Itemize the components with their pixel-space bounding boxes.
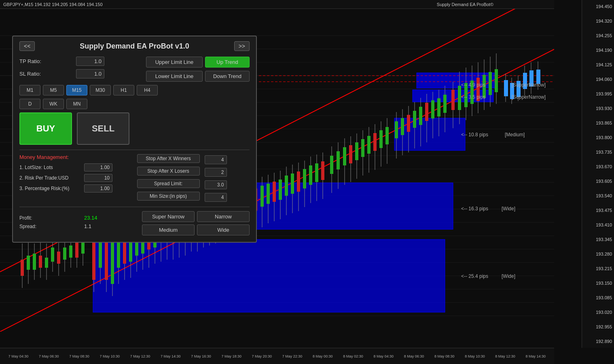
svg-rect-127 <box>315 163 318 182</box>
svg-rect-153 <box>401 118 404 135</box>
wide-button[interactable]: Wide <box>197 224 250 235</box>
buy-button[interactable]: BUY <box>19 112 72 145</box>
stop-winners-input[interactable] <box>205 155 227 164</box>
svg-text:<-- 25.4 pips: <-- 25.4 pips <box>461 273 488 279</box>
time-label: 7 May 06:30 <box>39 354 59 358</box>
svg-rect-183 <box>495 69 498 92</box>
spread-label: Spread: <box>19 224 84 229</box>
svg-text:[Wide]: [Wide] <box>502 206 515 212</box>
svg-rect-155 <box>407 115 410 132</box>
tf-m5[interactable]: M5 <box>43 85 64 95</box>
price-label: 193.605 <box>584 179 612 184</box>
svg-rect-63 <box>117 239 120 268</box>
pct-risk-row: 3. Percentage Risk:(%) <box>19 184 132 193</box>
spread-limit-input[interactable] <box>205 180 227 189</box>
tf-mn[interactable]: MN <box>66 99 87 109</box>
svg-rect-41 <box>45 258 48 268</box>
tf-m30[interactable]: M30 <box>90 85 111 95</box>
time-label: 7 May 18:30 <box>221 354 241 358</box>
stop-losers-button[interactable]: Stop After X Losers <box>137 167 200 176</box>
price-label: 193.280 <box>584 252 612 256</box>
svg-rect-139 <box>355 142 358 160</box>
nav-right-button[interactable]: >> <box>234 41 250 51</box>
tf-h1[interactable]: H1 <box>113 85 134 95</box>
svg-rect-195 <box>536 70 540 84</box>
time-label: 7 May 08:30 <box>69 354 89 358</box>
upper-limit-button[interactable]: Upper Limit Line <box>146 57 203 68</box>
svg-rect-143 <box>367 136 371 154</box>
narrow-button[interactable]: Narrow <box>197 211 250 222</box>
panel-title: Supply Demand EA ProBot v1.0 <box>35 42 234 51</box>
price-label: 193.800 <box>584 135 612 140</box>
price-label: 193.670 <box>584 164 612 169</box>
down-trend-button[interactable]: Down Trend <box>205 71 250 82</box>
stop-winners-button[interactable]: Stop After X Winners <box>137 154 200 163</box>
svg-text:[SupperNarrow]: [SupperNarrow] <box>512 82 546 88</box>
svg-text:[Medium]: [Medium] <box>505 132 525 138</box>
sl-ratio-label: SL Ratio: <box>19 71 76 77</box>
tf-d[interactable]: D <box>19 99 40 109</box>
stop-losers-input[interactable] <box>205 168 227 177</box>
tf-m15[interactable]: M15 <box>66 85 87 95</box>
pct-risk-label: 3. Percentage Risk:(%) <box>19 186 84 191</box>
svg-rect-147 <box>379 130 383 148</box>
svg-rect-39 <box>39 256 42 268</box>
risk-per-trade-row: 2. Risk Per Trade:USD <box>19 174 132 182</box>
nav-left-button[interactable]: << <box>19 41 35 51</box>
svg-rect-167 <box>443 95 447 113</box>
time-label: 7 May 16:30 <box>191 354 211 358</box>
panel-header: << Supply Demand EA ProBot v1.0 >> <box>19 41 250 51</box>
svg-rect-47 <box>63 248 66 260</box>
super-narrow-button[interactable]: Super Narrow <box>142 211 195 222</box>
svg-rect-45 <box>57 252 60 264</box>
svg-rect-161 <box>425 103 428 121</box>
svg-text:[Wide]: [Wide] <box>502 273 515 279</box>
svg-rect-35 <box>27 256 30 270</box>
profit-value: 23.14 <box>84 215 97 221</box>
time-label: 8 May 12:30 <box>495 354 515 358</box>
svg-rect-123 <box>303 169 306 188</box>
svg-rect-151 <box>395 121 398 138</box>
risk-per-trade-input[interactable] <box>84 174 112 182</box>
up-trend-button[interactable]: Up Trend <box>205 57 250 68</box>
svg-rect-165 <box>437 98 440 116</box>
tf-h4[interactable]: H4 <box>137 85 158 95</box>
lot-size-input[interactable] <box>84 163 112 171</box>
price-label: 194.060 <box>584 77 612 82</box>
lower-limit-button[interactable]: Lower Limit Line <box>146 71 203 82</box>
min-size-button[interactable]: Min Size:(in pips) <box>137 192 200 201</box>
time-label: 8 May 06:30 <box>404 354 424 358</box>
price-label: 193.150 <box>584 281 612 286</box>
svg-rect-133 <box>337 151 340 169</box>
svg-rect-141 <box>361 139 364 157</box>
svg-rect-111 <box>267 184 270 204</box>
spread-limit-button[interactable]: Spread Limit: <box>137 179 200 188</box>
spread-row: Spread: 1.1 <box>19 223 137 229</box>
ea-title: Supply Demand EA ProBot© <box>437 2 493 7</box>
price-label: 193.995 <box>584 91 612 96</box>
tp-ratio-input[interactable] <box>76 57 104 66</box>
price-label: 193.085 <box>584 295 612 300</box>
time-label: 7 May 12:30 <box>130 354 150 358</box>
tf-m1[interactable]: M1 <box>19 85 40 95</box>
pct-risk-input[interactable] <box>84 184 112 193</box>
svg-rect-37 <box>33 254 36 270</box>
profit-row: Profit: 23.14 <box>19 215 137 221</box>
price-label: 193.410 <box>584 222 612 227</box>
svg-rect-49 <box>69 245 72 258</box>
tf-wk[interactable]: WK <box>43 99 64 109</box>
svg-rect-23 <box>93 239 445 312</box>
chart-topbar: GBPJPY+,M15 194.192 194.205 194.084 194.… <box>0 0 554 9</box>
sl-ratio-input[interactable] <box>76 69 104 78</box>
tp-ratio-label: TP Ratio: <box>19 58 76 64</box>
mm-label: Money Management: <box>19 154 132 160</box>
sell-button[interactable]: SELL <box>77 112 129 145</box>
svg-rect-163 <box>431 100 434 119</box>
min-size-input[interactable] <box>205 193 227 202</box>
svg-rect-159 <box>419 107 422 125</box>
svg-rect-55 <box>92 239 95 280</box>
price-label: 194.190 <box>584 48 612 53</box>
time-label: 7 May 14:30 <box>161 354 181 358</box>
medium-button[interactable]: Medium <box>142 224 195 235</box>
time-label: 7 May 22:30 <box>282 354 303 358</box>
